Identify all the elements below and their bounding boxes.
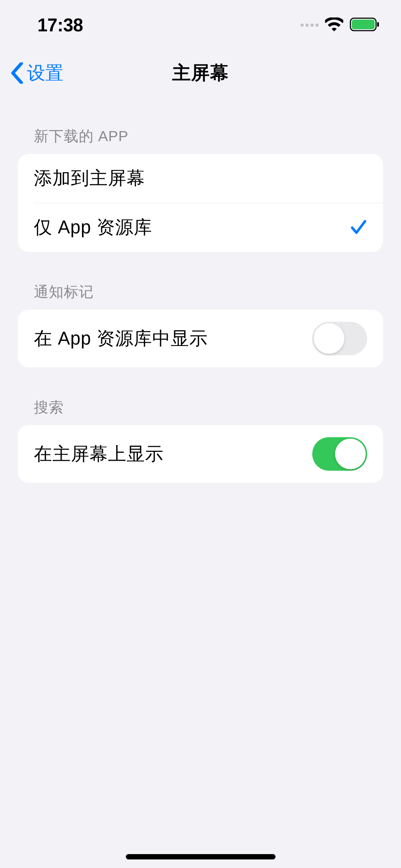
wifi-icon [325,17,343,33]
section-header-search: 搜索 [18,367,383,425]
option-label: 仅 App 资源库 [34,215,152,240]
option-add-to-home[interactable]: 添加到主屏幕 [18,154,383,203]
cellular-icon [300,24,319,27]
section-header-new-apps: 新下载的 APP [18,96,383,154]
option-app-library-only[interactable]: 仅 App 资源库 [34,203,383,252]
content: 新下载的 APP 添加到主屏幕 仅 App 资源库 通知标记 在 App 资源库… [0,96,401,483]
svg-rect-2 [377,22,379,27]
status-time: 17:38 [37,15,83,36]
row-show-on-home: 在主屏幕上显示 [18,425,383,483]
home-indicator[interactable] [126,854,276,859]
option-label: 添加到主屏幕 [34,166,145,191]
group-badges: 在 App 资源库中显示 [18,310,383,367]
svg-rect-1 [352,20,375,29]
toggle-show-in-app-library[interactable] [312,322,367,355]
row-show-in-app-library: 在 App 资源库中显示 [18,310,383,367]
section-header-badges: 通知标记 [18,252,383,310]
back-label: 设置 [27,61,63,86]
navigation-bar: 设置 主屏幕 [0,50,401,96]
group-search: 在主屏幕上显示 [18,425,383,483]
status-indicators [300,17,380,33]
toggle-label: 在主屏幕上显示 [34,442,164,466]
back-button[interactable]: 设置 [11,61,63,86]
toggle-show-on-home[interactable] [312,437,367,471]
toggle-label: 在 App 资源库中显示 [34,326,208,351]
battery-icon [350,17,380,33]
chevron-left-icon [11,62,24,84]
status-bar: 17:38 [0,0,401,50]
checkmark-icon [350,218,367,237]
page-title: 主屏幕 [172,61,229,86]
group-new-apps: 添加到主屏幕 仅 App 资源库 [18,154,383,252]
